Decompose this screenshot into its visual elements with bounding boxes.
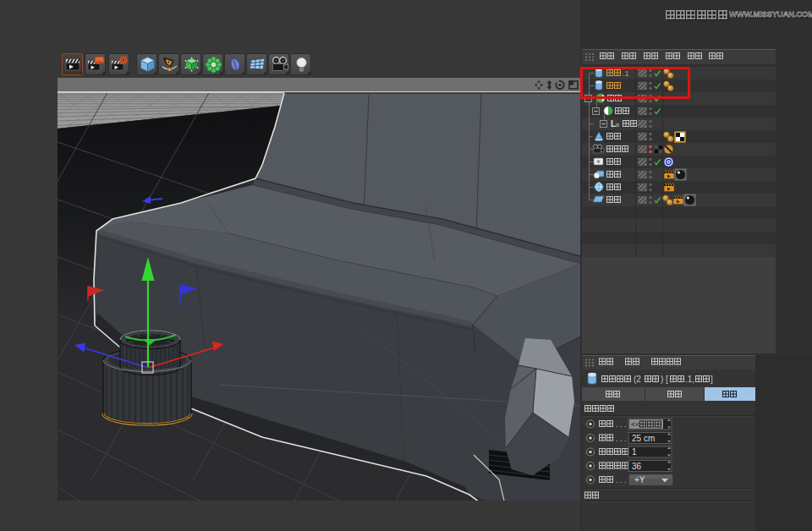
- svg-text:o: o: [616, 122, 619, 128]
- svg-text:]: ]: [710, 375, 713, 384]
- svg-text:. . .: . . .: [616, 435, 627, 443]
- svg-text:. . .: . . .: [616, 476, 627, 484]
- svg-text:. . .: . . .: [616, 420, 627, 429]
- svg-text:(2: (2: [634, 375, 641, 384]
- svg-text:25 cm: 25 cm: [632, 434, 655, 443]
- svg-text:1: 1: [632, 447, 637, 457]
- svg-text:.1,: .1,: [685, 375, 694, 384]
- svg-text:<<: <<: [631, 420, 640, 429]
- svg-text:36: 36: [632, 462, 642, 471]
- svg-text:+Y: +Y: [634, 475, 645, 484]
- svg-text:) [: ) [: [661, 375, 668, 384]
